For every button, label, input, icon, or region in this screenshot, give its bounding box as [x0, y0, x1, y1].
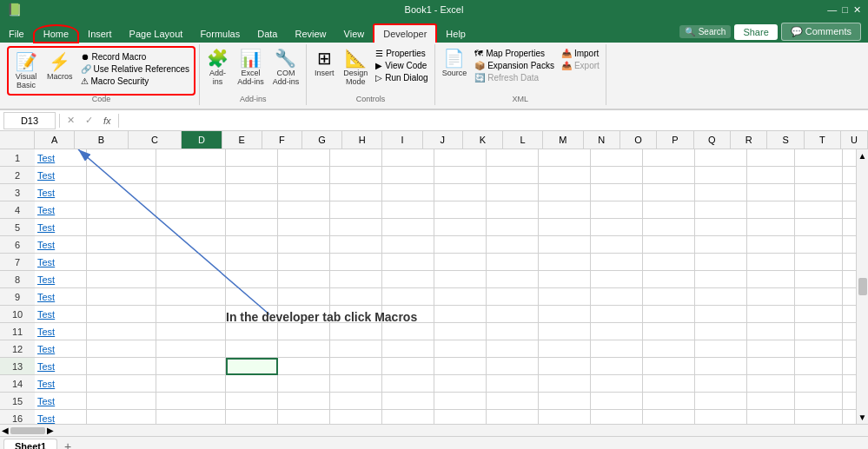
grid-cell[interactable] [434, 393, 487, 410]
grid-cell[interactable] [795, 288, 843, 306]
grid-cell[interactable] [330, 201, 382, 219]
grid-cell[interactable] [795, 167, 843, 184]
grid-cell[interactable] [330, 271, 382, 288]
grid-cell[interactable] [643, 358, 695, 375]
grid-cell[interactable]: Test [35, 254, 87, 271]
grid-cell[interactable]: Test [35, 358, 87, 375]
grid-cell[interactable] [156, 410, 226, 424]
grid-cell[interactable] [434, 375, 487, 393]
maximize-btn[interactable]: □ [842, 4, 848, 16]
grid-cell[interactable]: Test [35, 201, 87, 219]
grid-cell[interactable] [382, 375, 434, 393]
grid-cell[interactable] [695, 149, 747, 167]
search-label[interactable]: Search [699, 27, 726, 36]
grid-cell[interactable] [591, 167, 643, 184]
grid-cell[interactable] [156, 288, 226, 306]
grid-cell[interactable] [330, 323, 382, 340]
grid-cell[interactable] [330, 167, 382, 184]
grid-cell[interactable] [795, 375, 843, 393]
col-d[interactable]: D [182, 131, 222, 149]
row-header-16[interactable]: 16 [0, 410, 35, 424]
grid-cell[interactable] [487, 323, 539, 340]
grid-cell[interactable] [382, 201, 434, 219]
grid-cell[interactable] [591, 149, 643, 167]
view-code-button[interactable]: ▶ View Code [373, 60, 430, 71]
grid-cell[interactable] [434, 201, 487, 219]
grid-cell[interactable] [156, 306, 226, 323]
scroll-h-thumb[interactable] [10, 427, 45, 434]
grid-cell[interactable] [747, 375, 795, 393]
grid-cell[interactable] [382, 149, 434, 167]
grid-cell[interactable] [87, 410, 156, 424]
grid-cell[interactable] [330, 254, 382, 271]
scroll-right-btn[interactable]: ▶ [47, 426, 54, 435]
col-j[interactable]: J [423, 131, 463, 149]
grid-cell[interactable] [843, 340, 856, 358]
tab-help[interactable]: Help [437, 25, 474, 43]
macro-security-button[interactable]: ⚠ Macro Security [78, 76, 193, 87]
row-header-13[interactable]: 13 [0, 358, 35, 375]
grid-cell[interactable] [795, 184, 843, 201]
grid-cell[interactable] [156, 358, 226, 375]
grid-cell[interactable] [382, 358, 434, 375]
relative-refs-button[interactable]: 🔗 Use Relative References [78, 63, 193, 75]
insert-function-btn[interactable]: fx [100, 116, 115, 126]
grid-cell[interactable] [747, 167, 795, 184]
grid-cell[interactable] [434, 149, 487, 167]
grid-cell[interactable] [87, 306, 156, 323]
grid-cell[interactable] [795, 254, 843, 271]
formula-input[interactable] [123, 115, 865, 127]
grid-cell[interactable] [643, 219, 695, 236]
grid-cell[interactable] [643, 167, 695, 184]
grid-cell[interactable] [87, 219, 156, 236]
grid-cell[interactable] [747, 323, 795, 340]
share-button[interactable]: Share [734, 24, 777, 40]
row-header-5[interactable]: 5 [0, 219, 35, 236]
grid-cell[interactable] [87, 393, 156, 410]
grid-cell[interactable] [87, 375, 156, 393]
grid-cell[interactable] [226, 306, 278, 323]
grid-cell[interactable] [591, 254, 643, 271]
grid-cell[interactable] [156, 201, 226, 219]
vertical-scrollbar[interactable]: ▲ ▼ [856, 149, 868, 424]
grid-cell[interactable] [695, 271, 747, 288]
grid-cell[interactable] [156, 323, 226, 340]
grid-cell[interactable]: Test [35, 271, 87, 288]
expansion-packs-button[interactable]: 📦 Expansion Packs [472, 60, 557, 71]
grid-cell[interactable] [330, 306, 382, 323]
grid-cell[interactable] [843, 236, 856, 254]
grid-cell[interactable] [382, 288, 434, 306]
grid-cell[interactable] [487, 254, 539, 271]
grid-cell[interactable] [330, 149, 382, 167]
grid-cell[interactable] [695, 167, 747, 184]
grid-cell[interactable]: Test [35, 167, 87, 184]
col-k[interactable]: K [463, 131, 503, 149]
grid-cell[interactable] [795, 219, 843, 236]
grid-cell[interactable] [278, 323, 330, 340]
grid-cell[interactable] [434, 358, 487, 375]
grid-cell[interactable] [795, 323, 843, 340]
grid-cell[interactable] [87, 254, 156, 271]
grid-cell[interactable] [278, 306, 330, 323]
tab-review[interactable]: Review [286, 25, 335, 43]
grid-cell[interactable]: Test [35, 219, 87, 236]
grid-cell[interactable] [643, 254, 695, 271]
grid-cell[interactable] [747, 149, 795, 167]
grid-cell[interactable] [591, 201, 643, 219]
horizontal-scrollbar[interactable]: ◀ ▶ [0, 424, 868, 436]
grid-cell[interactable] [278, 254, 330, 271]
grid-cell[interactable] [795, 410, 843, 424]
grid-cell[interactable]: Test [35, 184, 87, 201]
grid-cell[interactable] [795, 340, 843, 358]
row-header-4[interactable]: 4 [0, 201, 35, 219]
grid-cell[interactable] [330, 340, 382, 358]
grid-cell[interactable] [539, 149, 591, 167]
grid-cell[interactable] [747, 236, 795, 254]
grid-cell[interactable] [487, 184, 539, 201]
grid-cell[interactable] [278, 167, 330, 184]
grid-cell[interactable] [487, 340, 539, 358]
grid-cell[interactable] [747, 358, 795, 375]
grid-cell[interactable] [747, 219, 795, 236]
grid-cell[interactable] [487, 393, 539, 410]
grid-cell[interactable] [330, 358, 382, 375]
